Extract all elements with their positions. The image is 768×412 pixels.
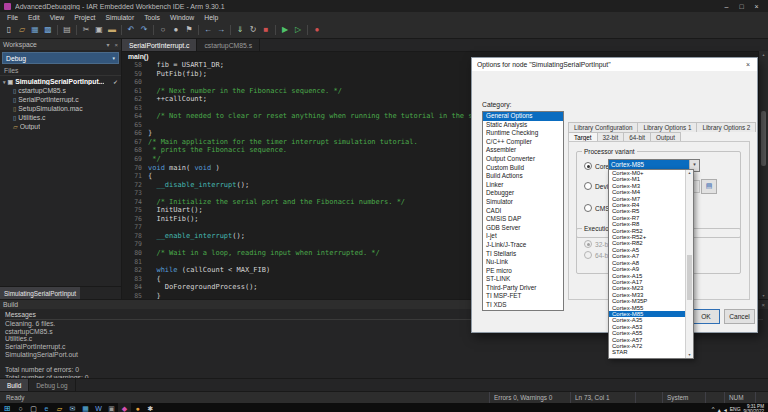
category-item[interactable]: GDB Server — [483, 224, 563, 233]
device-radio[interactable] — [584, 182, 592, 190]
category-item[interactable]: J-Link/J-Trace — [483, 241, 563, 250]
copy-icon[interactable]: ▣ — [93, 24, 105, 36]
taskbar-app-browser-icon[interactable]: ● — [131, 403, 144, 412]
find-icon[interactable]: ○ — [157, 24, 169, 36]
tree-item[interactable]: ▯SerialPortInterrupt.c — [0, 95, 121, 104]
tray-network-icon[interactable]: ▴ — [718, 406, 721, 412]
save-all-icon[interactable]: ▩ — [42, 24, 54, 36]
category-item[interactable]: TI Stellaris — [483, 250, 563, 259]
tree-item[interactable]: ▯Utilities.c — [0, 113, 121, 122]
editor-scrollbar[interactable]: ▴ ▾ — [758, 51, 768, 299]
build-tab[interactable]: Build — [0, 379, 29, 391]
category-item[interactable]: TI XDS — [483, 301, 563, 310]
taskbar-task-view-icon[interactable]: ▢ — [27, 403, 40, 412]
tray-chevron-icon[interactable]: ^ — [712, 406, 715, 412]
download-and-debug-icon[interactable]: ▶ — [279, 24, 291, 36]
cut-icon[interactable]: ✂ — [80, 24, 92, 36]
taskbar-clock[interactable]: 9:31 PM 9/30/2022 — [744, 404, 764, 412]
category-item[interactable]: Nu-Link — [483, 258, 563, 267]
new-file-icon[interactable]: ▯ — [3, 24, 15, 36]
minimize-button[interactable]: – — [719, 3, 734, 10]
taskbar-app-word-icon[interactable]: W — [92, 403, 105, 412]
category-item[interactable]: Simulator — [483, 198, 563, 207]
core-option[interactable]: STAR — [609, 349, 686, 355]
category-item[interactable]: CADI — [483, 207, 563, 216]
workspace-close-icon[interactable]: × — [114, 42, 118, 48]
build-tab[interactable]: Debug Log — [29, 379, 75, 391]
category-item[interactable]: Build Actions — [483, 172, 563, 181]
menu-item-simulator[interactable]: Simulator — [100, 14, 139, 21]
menu-item-view[interactable]: View — [45, 14, 70, 21]
cmsis-pack-radio[interactable] — [584, 204, 592, 212]
category-item[interactable]: Debugger — [483, 189, 563, 198]
scroll-up-icon[interactable]: ▲ — [686, 170, 693, 176]
build-configuration-selector[interactable]: Debug ▾ — [2, 52, 119, 64]
taskbar-app-edge-icon[interactable]: e — [40, 403, 53, 412]
scrollbar-thumb[interactable] — [761, 111, 766, 166]
taskbar-app-settings-icon[interactable]: ✱ — [144, 403, 157, 412]
category-item[interactable]: I-jet — [483, 232, 563, 241]
build-close-icon[interactable]: × — [761, 302, 765, 308]
category-item[interactable]: Third-Party Driver — [483, 284, 563, 293]
dialog-tab[interactable]: Library Configuration — [568, 122, 638, 132]
compile-icon[interactable]: ↻ — [247, 24, 259, 36]
taskbar-app-mail-icon[interactable]: ✉ — [66, 403, 79, 412]
find-next-icon[interactable]: ● — [170, 24, 182, 36]
execution-64bit-radio[interactable] — [584, 251, 592, 259]
core-radio[interactable] — [584, 162, 592, 170]
editor-tab[interactable]: SerialPortInterrupt.c — [122, 39, 197, 51]
taskbar-app-iar-icon[interactable]: ◆ — [118, 403, 131, 412]
category-item[interactable]: Assembler — [483, 146, 563, 155]
bookmark-icon[interactable]: ⚑ — [183, 24, 195, 36]
make-icon[interactable]: ⇓ — [234, 24, 246, 36]
maximize-button[interactable]: □ — [734, 3, 749, 10]
category-item[interactable]: CMSIS DAP — [483, 215, 563, 224]
dropdown-scrollbar[interactable]: ▲ ▼ — [685, 170, 693, 358]
editor-tab[interactable]: cstartupCM85.s — [197, 39, 260, 51]
workspace-tab[interactable]: SimulatingSerialPortInput — [0, 287, 80, 299]
undo-icon[interactable]: ↶ — [125, 24, 137, 36]
menu-item-tools[interactable]: Tools — [139, 14, 165, 21]
category-item[interactable]: ST-LINK — [483, 275, 563, 284]
menu-item-file[interactable]: File — [2, 14, 23, 21]
taskbar-app-terminal-icon[interactable]: ▣ — [105, 403, 118, 412]
category-item[interactable]: General Options — [483, 112, 563, 121]
category-item[interactable]: C/C++ Compiler — [483, 138, 563, 147]
toggle-breakpoint-icon[interactable]: ● — [311, 24, 323, 36]
menu-item-help[interactable]: Help — [199, 14, 223, 21]
device-browse-button[interactable]: ▤ — [701, 179, 717, 194]
redo-icon[interactable]: ↷ — [138, 24, 150, 36]
category-item[interactable]: TI MSP-FET — [483, 292, 563, 301]
category-item[interactable]: Static Analysis — [483, 121, 563, 130]
tree-item[interactable]: ▯SetupSimulation.mac — [0, 104, 121, 113]
navigate-forward-icon[interactable]: → — [215, 24, 227, 36]
taskbar-app-store-icon[interactable]: ▦ — [79, 403, 92, 412]
expander-icon[interactable]: ▾ — [3, 79, 6, 85]
menu-item-project[interactable]: Project — [69, 14, 100, 21]
taskbar-app-explorer-icon[interactable]: ▱ — [53, 403, 66, 412]
save-icon[interactable]: ▦ — [29, 24, 41, 36]
ok-button[interactable]: OK — [692, 309, 720, 324]
debug-without-downloading-icon[interactable]: ▷ — [292, 24, 304, 36]
paste-icon[interactable]: ▬ — [106, 24, 118, 36]
stop-build-icon[interactable]: ■ — [260, 24, 272, 36]
print-icon[interactable]: ▤ — [61, 24, 73, 36]
scroll-up-icon[interactable]: ▴ — [759, 51, 768, 58]
open-file-icon[interactable]: ▱ — [16, 24, 28, 36]
menu-item-window[interactable]: Window — [165, 14, 199, 21]
tree-item[interactable]: ▱Output — [0, 122, 121, 131]
close-button[interactable]: × — [749, 3, 764, 10]
language-indicator[interactable]: ENG — [730, 406, 741, 412]
dialog-close-icon[interactable]: × — [739, 61, 757, 68]
scroll-down-icon[interactable]: ▼ — [686, 352, 693, 358]
scroll-down-icon[interactable]: ▾ — [759, 292, 768, 299]
category-item[interactable]: Custom Build — [483, 164, 563, 173]
tree-item[interactable]: ▯cstartupCM85.s — [0, 86, 121, 95]
category-item[interactable]: PE micro — [483, 267, 563, 276]
core-radio-row[interactable]: Core — [584, 162, 609, 170]
start-button[interactable]: ⊞ — [0, 403, 14, 412]
workspace-menu-icon[interactable]: ▾ — [107, 42, 110, 48]
navigate-back-icon[interactable]: ← — [202, 24, 214, 36]
category-item[interactable]: Output Converter — [483, 155, 563, 164]
dialog-tab[interactable]: Library Options 1 — [637, 122, 697, 132]
